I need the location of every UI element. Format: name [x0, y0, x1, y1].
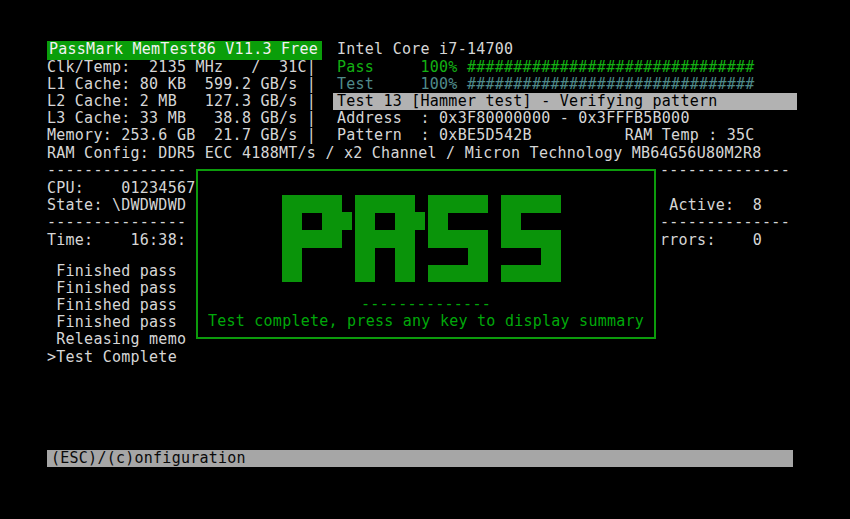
divider-right-top: --------------	[660, 162, 790, 179]
test-address-range: Address : 0x3F80000000 - 0x3FFFB5B000	[337, 110, 690, 127]
divider-left-top: ---------------	[47, 162, 186, 179]
sysinfo-l3-cache: L3 Cache: 33 MB 38.8 GB/s |	[47, 110, 316, 127]
test-progress-row: Test 100% ##############################…	[337, 76, 755, 93]
memtest-screen: PassMark MemTest86 V11.3 Free Intel Core…	[0, 0, 850, 519]
pass-letter	[501, 195, 571, 282]
sysinfo-memory: Memory: 253.6 GB 21.7 GB/s |	[47, 127, 316, 144]
log-line: Finished pass	[47, 297, 177, 314]
cpu-list-line: CPU: 01234567	[47, 180, 196, 197]
pass-result-box: PASS -------------- Test complete, press…	[196, 169, 656, 339]
pass-result-text: PASS	[198, 171, 199, 172]
divider-left-bottom: ---------------	[47, 214, 186, 231]
current-test-bar: Test 13 [Hammer test] - Verifying patter…	[333, 93, 797, 110]
pass-letter	[355, 195, 425, 282]
pass-letter	[282, 195, 352, 282]
log-line: Finished pass	[47, 263, 177, 280]
pass-progress-row: Pass 100% ##############################…	[337, 59, 755, 76]
log-line: Finished pass	[47, 280, 177, 297]
config-hint-bar[interactable]: (ESC)/(c)onfiguration	[47, 450, 793, 467]
errors-count-line: rrors: 0	[660, 232, 762, 249]
log-line: Releasing memo	[47, 331, 186, 348]
sysinfo-l1-cache: L1 Cache: 80 KB 599.2 GB/s |	[47, 76, 316, 93]
sysinfo-ram-config: RAM Config: DDR5 ECC 4188MT/s / x2 Chann…	[47, 145, 762, 162]
log-line: Finished pass	[47, 314, 177, 331]
log-line-test-complete: >Test Complete	[47, 349, 177, 366]
divider-right-bottom: --------------	[660, 214, 790, 231]
sysinfo-l2-cache: L2 Cache: 2 MB 127.3 GB/s |	[47, 93, 316, 110]
cpus-active-line: Active: 8	[660, 197, 762, 214]
pass-art	[198, 195, 654, 282]
test-complete-message: Test complete, press any key to display …	[198, 312, 654, 330]
elapsed-time-line: Time: 16:38:	[47, 232, 186, 249]
pass-box-divider: --------------	[198, 295, 654, 313]
cpu-state-line: State: \DWDWDWD	[47, 197, 186, 214]
test-pattern-ram-temp: Pattern : 0xBE5D542B RAM Temp : 35C	[337, 127, 755, 144]
sysinfo-clk-temp: Clk/Temp: 2135 MHz / 31C|	[47, 59, 316, 76]
pass-letter	[428, 195, 498, 282]
cpu-model: Intel Core i7-14700	[337, 41, 513, 58]
